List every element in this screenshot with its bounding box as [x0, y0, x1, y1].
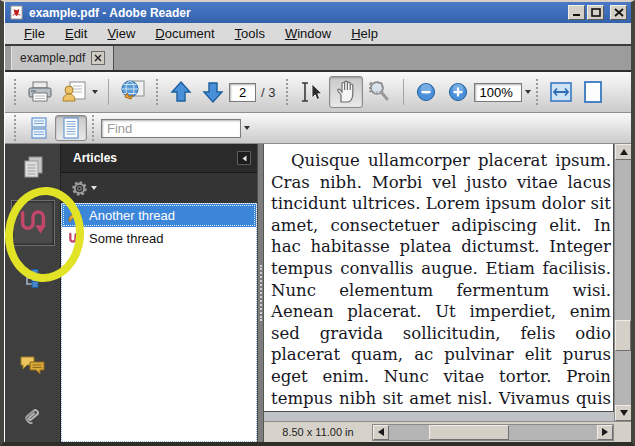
pages-icon: [20, 155, 46, 181]
fit-width-icon: [549, 81, 573, 103]
adobe-reader-window: example.pdf - Adobe Reader File Edit Vie…: [0, 0, 635, 446]
panel-splitter[interactable]: [257, 144, 264, 442]
layers-tree-icon: [21, 266, 45, 290]
close-icon: [94, 54, 102, 62]
zoom-dropdown-caret[interactable]: [525, 90, 531, 94]
toolbar-gripper[interactable]: [14, 79, 18, 105]
toolbar-separator: [403, 79, 404, 105]
scroll-left-button[interactable]: [373, 425, 389, 440]
email-button[interactable]: [57, 76, 102, 108]
pdf-page[interactable]: Quisque ullamcorper placerat ipsum. Cras…: [264, 144, 614, 412]
tab-close-button[interactable]: [91, 51, 105, 65]
arrow-left-icon: [378, 428, 384, 436]
thread-arrow-icon: [66, 208, 84, 224]
menu-view[interactable]: View: [98, 24, 144, 43]
toolbar-gripper[interactable]: [14, 115, 18, 141]
comments-nav-button[interactable]: [15, 348, 51, 384]
vertical-scroll-track[interactable]: [615, 160, 631, 405]
zoom-out-icon: [416, 82, 436, 102]
fit-width-button[interactable]: [545, 76, 577, 108]
articles-nav-button[interactable]: [11, 200, 55, 246]
navigation-pane-strip: [5, 144, 61, 442]
fit-page-button[interactable]: [577, 76, 609, 108]
select-tool-button[interactable]: [295, 76, 329, 108]
select-tool-icon: [299, 80, 325, 104]
page-down-icon: [201, 80, 225, 104]
collaborate-icon: [119, 79, 147, 105]
scroll-right-button[interactable]: [597, 425, 613, 440]
articles-panel-header: Articles: [61, 144, 257, 173]
print-button[interactable]: [23, 76, 57, 108]
toolbar-gripper[interactable]: [92, 115, 96, 141]
marquee-zoom-button[interactable]: [363, 76, 397, 108]
layers-tree-nav-button[interactable]: [15, 260, 51, 296]
article-thread-list: Another thread Some thread: [61, 203, 257, 442]
menu-edit[interactable]: Edit: [56, 24, 96, 43]
zoom-out-button[interactable]: [410, 76, 442, 108]
print-icon: [27, 80, 53, 104]
zoom-level-input[interactable]: [474, 83, 522, 102]
close-button[interactable]: [610, 5, 627, 20]
pages-nav-button[interactable]: [15, 150, 51, 186]
menu-window[interactable]: Window: [276, 24, 340, 43]
maximize-button[interactable]: [587, 5, 604, 20]
article-thread-icon: [66, 231, 84, 247]
options-gear-button[interactable]: [71, 180, 97, 197]
collaborate-button[interactable]: [115, 76, 151, 108]
menu-help[interactable]: Help: [342, 24, 387, 43]
page-text: Quisque ullamcorper placerat ipsum. Cras…: [264, 144, 613, 412]
titlebar[interactable]: example.pdf - Adobe Reader: [5, 2, 631, 23]
thread-label: Some thread: [89, 231, 163, 246]
attachments-nav-button[interactable]: [15, 396, 51, 432]
menu-bar: File Edit View Document Tools Window Hel…: [5, 23, 631, 46]
single-page-button[interactable]: [55, 115, 87, 141]
horizontal-scroll-thumb[interactable]: [429, 425, 509, 440]
scroll-down-button[interactable]: [615, 405, 632, 421]
previous-page-button[interactable]: [165, 76, 197, 108]
email-icon: [61, 80, 89, 104]
articles-panel: Articles: [61, 144, 257, 442]
articles-icon: [18, 208, 48, 238]
arrow-down-icon: [620, 410, 628, 416]
toolbar-gripper[interactable]: [156, 79, 160, 105]
thread-list-item-some-thread[interactable]: Some thread: [62, 227, 256, 250]
find-dropdown-caret[interactable]: [244, 126, 250, 130]
arrow-up-icon: [620, 149, 628, 155]
toolbar-gripper[interactable]: [536, 79, 540, 105]
thread-list-item-another-thread[interactable]: Another thread: [62, 204, 256, 227]
fit-page-icon: [582, 80, 604, 104]
scroll-up-button[interactable]: [615, 144, 632, 160]
vertical-scrollbar[interactable]: [614, 144, 631, 421]
adobe-pdf-icon: [9, 5, 24, 20]
find-input[interactable]: [101, 119, 241, 138]
collapse-panel-button[interactable]: [237, 151, 251, 165]
close-icon: [614, 8, 624, 17]
paperclip-icon: [19, 400, 47, 428]
email-dropdown-caret: [92, 90, 98, 94]
document-pane: Quisque ullamcorper placerat ipsum. Cras…: [264, 144, 631, 442]
vertical-scroll-thumb[interactable]: [615, 320, 631, 351]
menu-file[interactable]: File: [15, 24, 54, 43]
next-page-button[interactable]: [197, 76, 229, 108]
single-page-icon: [61, 117, 81, 139]
page-number-input[interactable]: [229, 83, 256, 102]
horizontal-scrollbar[interactable]: [372, 424, 614, 441]
zoom-in-button[interactable]: [442, 76, 474, 108]
hand-tool-button[interactable]: [329, 76, 363, 108]
comments-icon: [19, 354, 47, 378]
window-title: example.pdf - Adobe Reader: [29, 6, 568, 20]
page-size-label: 8.50 x 11.00 in: [264, 426, 372, 438]
panel-title: Articles: [73, 151, 237, 165]
scrolling-mode-button[interactable]: [23, 115, 55, 141]
minimize-button[interactable]: [568, 5, 585, 20]
document-tab[interactable]: example.pdf: [11, 46, 114, 70]
scrollbar-corner: [614, 424, 631, 441]
toolbar-gripper[interactable]: [286, 79, 290, 105]
page-background: Quisque ullamcorper placerat ipsum. Cras…: [264, 144, 614, 421]
panel-options-row: [61, 173, 257, 203]
horizontal-scroll-track[interactable]: [389, 425, 597, 440]
menu-tools[interactable]: Tools: [226, 24, 274, 43]
scrolling-mode-icon: [28, 117, 50, 139]
marquee-zoom-icon: [367, 80, 393, 104]
menu-document[interactable]: Document: [146, 24, 223, 43]
